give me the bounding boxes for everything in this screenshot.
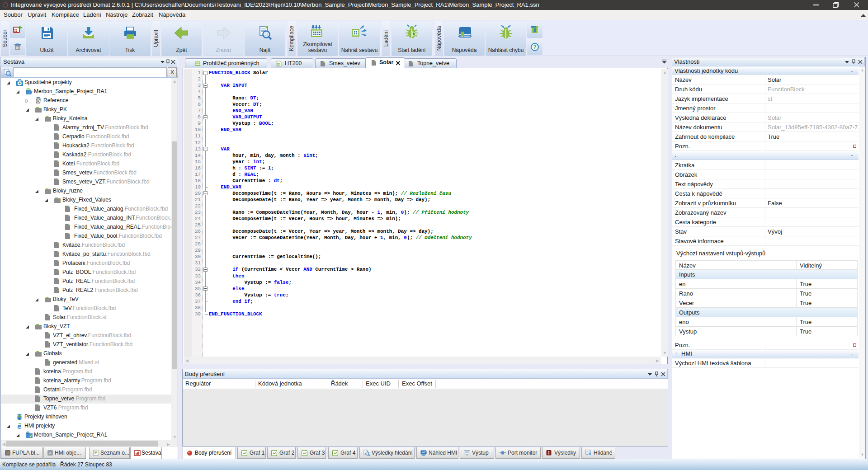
svg-text:?: ? xyxy=(6,451,9,456)
svg-text:?: ? xyxy=(533,44,537,50)
